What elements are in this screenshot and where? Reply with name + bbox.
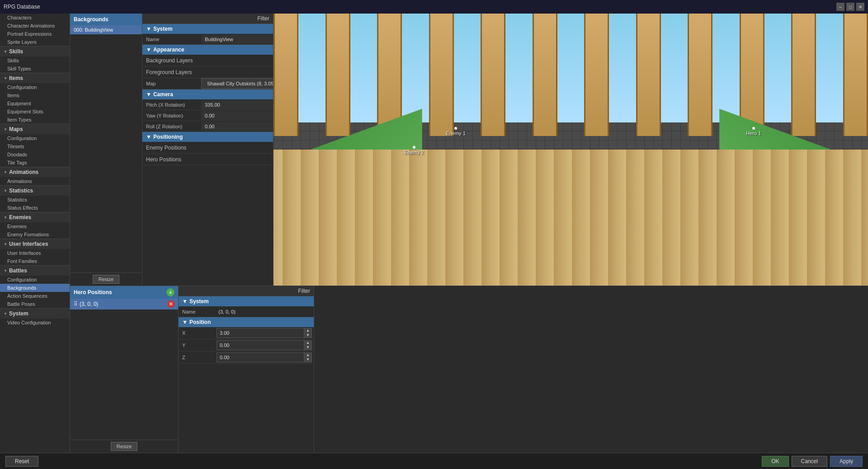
backgrounds-list-panel: Backgrounds 000: BuildingView Resize <box>70 14 142 286</box>
empty-panel <box>314 286 868 453</box>
sidebar-item-skill-types[interactable]: Skill Types <box>0 65 70 73</box>
sidebar-section-ui[interactable]: ▼ User Interfaces <box>0 239 70 249</box>
bg-layers-row[interactable]: Background Layers <box>142 55 273 66</box>
pos-x-decrement[interactable]: ▼ <box>304 333 311 338</box>
remove-hero-position-button[interactable]: ✕ <box>167 300 175 308</box>
close-button[interactable]: ✕ <box>856 3 864 11</box>
resize-button[interactable]: Resize <box>93 275 120 284</box>
sidebar-item-status-effects[interactable]: Status Effects <box>0 204 70 212</box>
pitch-input[interactable] <box>201 100 273 109</box>
sidebar-item-item-types[interactable]: Item Types <box>0 116 70 124</box>
list-panel-footer: Resize <box>70 272 142 286</box>
pos-z-spinner: ▲ ▼ <box>304 353 311 362</box>
collapse-icon: ▼ <box>146 134 151 140</box>
sidebar-section-statistics[interactable]: ▼ Statistics <box>0 185 70 196</box>
chevron-icon: ▼ <box>4 76 7 80</box>
sidebar-item-statistics[interactable]: Statistics <box>0 196 70 204</box>
bottom-bar: Reset OK Cancel Apply <box>0 453 868 469</box>
hero-position-item-0[interactable]: ⠿ (3, 0, 0) ✕ <box>70 299 178 310</box>
map-prop-row: Map Shawall City Outskirts (8, 3.05, 17) <box>142 78 273 89</box>
pos-y-decrement[interactable]: ▼ <box>304 345 311 350</box>
sidebar-item-characters[interactable]: Characters <box>0 14 70 22</box>
sidebar-item-portrait-expressions[interactable]: Portrait Expressions <box>0 30 70 38</box>
sidebar-item-animations[interactable]: Animations <box>0 177 70 185</box>
pitch-prop-row: Pitch (X Rotation) <box>142 99 273 110</box>
filter-bar: Filter <box>142 14 273 24</box>
sidebar-item-equipment[interactable]: Equipment <box>0 99 70 108</box>
reset-button[interactable]: Reset <box>5 456 38 467</box>
pos-z-increment[interactable]: ▲ <box>304 353 311 357</box>
fg-layers-row[interactable]: Foreground Layers <box>142 66 273 78</box>
pos-z-row: Z ▲ ▼ <box>179 352 314 364</box>
pos-name-value: (3, 0, 0) <box>215 307 314 316</box>
preview-canvas: Enemy 1 Enemy 2 Hero 1 <box>274 14 868 286</box>
enemy-positions-label: Enemy Positions <box>146 145 186 151</box>
sidebar-section-battles[interactable]: ▼ Battles <box>0 265 70 276</box>
sidebar-item-items[interactable]: Items <box>0 91 70 99</box>
maximize-button[interactable]: □ <box>846 3 854 11</box>
sidebar-item-font-families[interactable]: Font Families <box>0 257 70 265</box>
drag-icon: ⠿ <box>74 301 78 307</box>
sidebar-item-battles-config[interactable]: Configuration <box>0 276 70 284</box>
camera-section-label: Camera <box>153 91 173 98</box>
sidebar-item-enemies[interactable]: Enemies <box>0 222 70 230</box>
ok-button[interactable]: OK <box>762 456 788 467</box>
sidebar-item-backgrounds[interactable]: Backgrounds <box>0 284 70 292</box>
position-item-text: ⠿ (3, 0, 0) <box>74 301 98 307</box>
sidebar-item-action-sequences[interactable]: Action Sequences <box>0 292 70 300</box>
sidebar-item-character-animations[interactable]: Character Animations <box>0 22 70 30</box>
yaw-input[interactable] <box>201 111 273 120</box>
sidebar-item-video-config[interactable]: Video Configuration <box>0 319 70 327</box>
hero-positions-label: Hero Positions <box>146 156 181 163</box>
sidebar-item-user-interfaces[interactable]: User Interfaces <box>0 249 70 257</box>
sidebar-item-skills[interactable]: Skills <box>0 56 70 65</box>
pos-x-input[interactable] <box>217 329 304 337</box>
pos-x-increment[interactable]: ▲ <box>304 328 311 333</box>
sidebar-section-enemies[interactable]: ▼ Enemies <box>0 212 70 222</box>
sidebar-item-doodads[interactable]: Doodads <box>0 150 70 159</box>
positioning-section-header[interactable]: ▼ Positioning <box>142 132 273 142</box>
appearance-section-label: Appearance <box>153 47 184 53</box>
panel-area: Backgrounds 000: BuildingView Resize Fil… <box>70 14 868 453</box>
map-select[interactable]: Shawall City Outskirts (8, 3.05, 17) <box>201 78 274 89</box>
sidebar-section-system[interactable]: ▼ System <box>0 308 70 319</box>
sidebar-section-system-label: System <box>9 310 28 317</box>
sidebar-item-tilesets[interactable]: Tilesets <box>0 142 70 150</box>
sidebar-item-tile-tags[interactable]: Tile Tags <box>0 159 70 167</box>
apply-button[interactable]: Apply <box>830 456 863 467</box>
sidebar-section-animations[interactable]: ▼ Animations <box>0 167 70 177</box>
pos-position-label: Position <box>189 319 211 325</box>
add-hero-position-button[interactable]: + <box>166 288 175 296</box>
sidebar-item-battle-poses[interactable]: Battle Poses <box>0 300 70 308</box>
collapse-icon: ▼ <box>182 319 188 325</box>
enemy-2-dot <box>413 146 415 149</box>
pos-y-input[interactable] <box>217 342 304 349</box>
enemy-positions-row[interactable]: Enemy Positions <box>142 142 273 154</box>
sidebar-section-skills[interactable]: ▼ Skills <box>0 46 70 56</box>
sidebar-item-enemy-formations[interactable]: Enemy Formations <box>0 230 70 239</box>
pos-y-increment[interactable]: ▲ <box>304 341 311 345</box>
pos-z-decrement[interactable]: ▼ <box>304 357 311 362</box>
name-input[interactable] <box>201 35 273 44</box>
sidebar-section-skills-label: Skills <box>9 48 23 55</box>
sidebar-item-maps-config[interactable]: Configuration <box>0 134 70 142</box>
pos-position-header[interactable]: ▼ Position <box>179 317 314 327</box>
list-item-building-view[interactable]: 000: BuildingView <box>70 25 142 34</box>
appearance-section-header[interactable]: ▼ Appearance <box>142 45 273 55</box>
sidebar-item-sprite-layers[interactable]: Sprite Layers <box>0 38 70 46</box>
system-section-header[interactable]: ▼ System <box>142 24 273 34</box>
sidebar-section-items[interactable]: ▼ Items <box>0 73 70 83</box>
chevron-icon: ▼ <box>4 242 7 246</box>
minimize-button[interactable]: – <box>836 3 844 11</box>
hero-positions-resize-button[interactable]: Resize <box>111 442 138 451</box>
roll-input[interactable] <box>201 122 273 131</box>
cancel-button[interactable]: Cancel <box>792 456 827 467</box>
sidebar-item-items-config[interactable]: Configuration <box>0 83 70 91</box>
properties-panel: Filter ▼ System Name ▼ Appearance Bac <box>142 14 274 286</box>
pos-system-header[interactable]: ▼ System <box>179 296 314 306</box>
sidebar-item-equipment-slots[interactable]: Equipment Slots <box>0 108 70 116</box>
camera-section-header[interactable]: ▼ Camera <box>142 89 273 99</box>
hero-positions-row[interactable]: Hero Positions <box>142 154 273 165</box>
sidebar-section-maps[interactable]: ▼ Maps <box>0 124 70 134</box>
pos-z-input[interactable] <box>217 354 304 361</box>
